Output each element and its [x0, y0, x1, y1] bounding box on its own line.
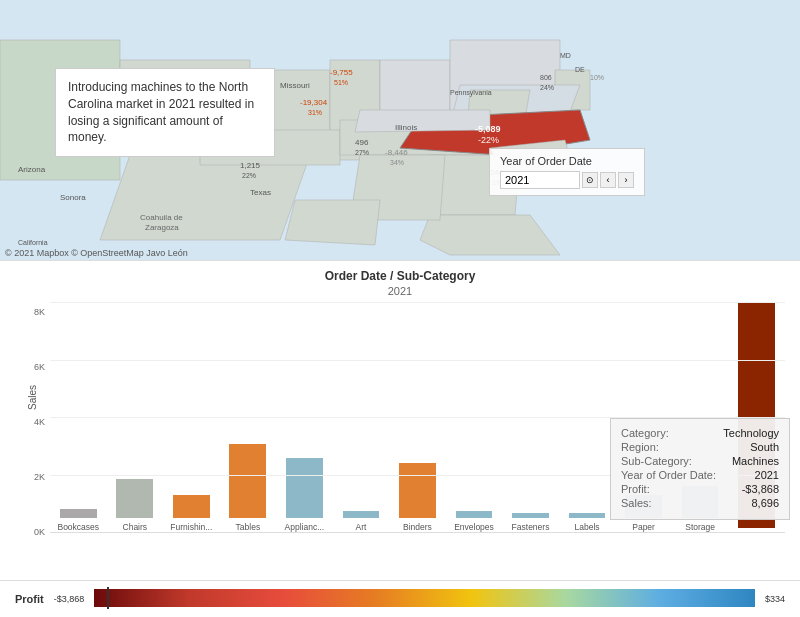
bar — [456, 511, 493, 518]
svg-text:Missouri: Missouri — [280, 81, 310, 90]
tooltip-sales-label: Sales: — [621, 497, 652, 509]
tooltip-category-value: Technology — [723, 427, 779, 439]
y-label-6k: 6K — [34, 362, 45, 372]
sales-axis-label: Sales — [27, 385, 38, 410]
svg-text:22%: 22% — [242, 172, 256, 179]
chart-subtitle: 2021 — [15, 285, 785, 297]
bar-label: Storage — [683, 522, 717, 532]
map-section: Colorado Kansas Missouri Texas Chihuahua… — [0, 0, 800, 260]
svg-text:27%: 27% — [355, 149, 369, 156]
bar-label: Paper — [630, 522, 657, 532]
svg-text:-22%: -22% — [478, 135, 499, 145]
bar-group[interactable]: Tables — [220, 302, 277, 532]
tooltip-year-value: 2021 — [755, 469, 779, 481]
svg-marker-19 — [355, 110, 490, 132]
profit-max-label: $334 — [765, 594, 785, 604]
svg-marker-18 — [285, 200, 380, 245]
bar-label: Furnishin... — [168, 522, 214, 532]
chart-title: Order Date / Sub-Category — [15, 269, 785, 283]
chart-section: Order Date / Sub-Category 2021 8K 6K 4K … — [0, 260, 800, 580]
svg-text:Illinois: Illinois — [395, 123, 417, 132]
bar-label: Fasteners — [510, 522, 552, 532]
tooltip-profit-value: -$3,868 — [742, 483, 779, 495]
year-filter-label: Year of Order Date — [500, 155, 634, 167]
tooltip-year-label: Year of Order Date: — [621, 469, 716, 481]
tooltip-region-label: Region: — [621, 441, 659, 453]
svg-text:34%: 34% — [390, 159, 404, 166]
bar-group[interactable]: Binders — [389, 302, 446, 532]
y-label-2k: 2K — [34, 472, 45, 482]
svg-text:-19,304: -19,304 — [300, 98, 328, 107]
bar — [399, 463, 436, 518]
svg-text:24%: 24% — [540, 84, 554, 91]
svg-marker-8 — [100, 155, 310, 240]
svg-text:California: California — [18, 239, 48, 246]
svg-text:51%: 51% — [334, 79, 348, 86]
tooltip: Category: Technology Region: South Sub-C… — [610, 418, 790, 520]
bar-label: Applianc... — [283, 522, 327, 532]
tooltip-subcategory-value: Machines — [732, 455, 779, 467]
annotation-text: Introducing machines to the North Caroli… — [68, 80, 254, 144]
year-next-button[interactable]: › — [618, 172, 634, 188]
bar — [569, 513, 606, 518]
svg-text:Sonora: Sonora — [60, 193, 86, 202]
map-attribution: © 2021 Mapbox © OpenStreetMap Javo León — [5, 248, 188, 258]
bar-group[interactable]: Bookcases — [50, 302, 107, 532]
svg-text:-5,089: -5,089 — [475, 124, 501, 134]
profit-min-label: -$3,868 — [54, 594, 85, 604]
svg-text:806: 806 — [540, 74, 552, 81]
profit-bar-label: Profit — [15, 593, 44, 605]
bar — [60, 509, 97, 518]
tooltip-region-value: South — [750, 441, 779, 453]
bar-label: Chairs — [121, 522, 150, 532]
svg-text:496: 496 — [355, 138, 369, 147]
svg-text:Arizona: Arizona — [18, 165, 46, 174]
profit-section: Profit -$3,868 $334 — [0, 580, 800, 617]
bar-group[interactable]: Labels — [559, 302, 616, 532]
bar-group[interactable]: Applianc... — [276, 302, 333, 532]
bar — [173, 495, 210, 518]
year-filter: Year of Order Date ⊙ ‹ › — [489, 148, 645, 196]
bar — [512, 513, 549, 518]
svg-text:Zaragoza: Zaragoza — [145, 223, 179, 232]
svg-text:DE: DE — [575, 66, 585, 73]
svg-text:10%: 10% — [590, 74, 604, 81]
tooltip-profit-label: Profit: — [621, 483, 650, 495]
svg-text:Pennsylvania: Pennsylvania — [450, 89, 492, 97]
bar-label: Tables — [234, 522, 263, 532]
bar-label: Envelopes — [452, 522, 496, 532]
bar-label: Binders — [401, 522, 434, 532]
bar-group[interactable]: Envelopes — [446, 302, 503, 532]
annotation-box: Introducing machines to the North Caroli… — [55, 68, 275, 157]
year-input[interactable] — [500, 171, 580, 189]
bar-label: Bookcases — [55, 522, 101, 532]
tooltip-sales-value: 8,696 — [751, 497, 779, 509]
y-label-4k: 4K — [34, 417, 45, 427]
bar — [286, 458, 323, 518]
bar — [343, 511, 380, 518]
bar — [229, 444, 266, 518]
svg-text:1,215: 1,215 — [240, 161, 261, 170]
y-label-0k: 0K — [34, 527, 45, 537]
svg-text:-9,755: -9,755 — [330, 68, 353, 77]
bar-label: Labels — [573, 522, 602, 532]
svg-text:Coahuila de: Coahuila de — [140, 213, 183, 222]
tooltip-category-label: Category: — [621, 427, 669, 439]
svg-text:MD: MD — [560, 52, 571, 59]
year-reset-button[interactable]: ⊙ — [582, 172, 598, 188]
bar-group[interactable]: Furnishin... — [163, 302, 220, 532]
bar-label: Art — [353, 522, 368, 532]
svg-text:Texas: Texas — [250, 188, 271, 197]
bar-group[interactable]: Chairs — [107, 302, 164, 532]
bar — [116, 479, 153, 518]
bar-group[interactable]: Art — [333, 302, 390, 532]
svg-text:31%: 31% — [308, 109, 322, 116]
svg-text:-8,446: -8,446 — [385, 148, 408, 157]
bar-group[interactable]: Fasteners — [502, 302, 559, 532]
y-label-8k: 8K — [34, 307, 45, 317]
profit-gradient-bar-wrapper — [94, 589, 755, 609]
year-prev-button[interactable]: ‹ — [600, 172, 616, 188]
profit-marker — [107, 587, 109, 609]
tooltip-subcategory-label: Sub-Category: — [621, 455, 692, 467]
